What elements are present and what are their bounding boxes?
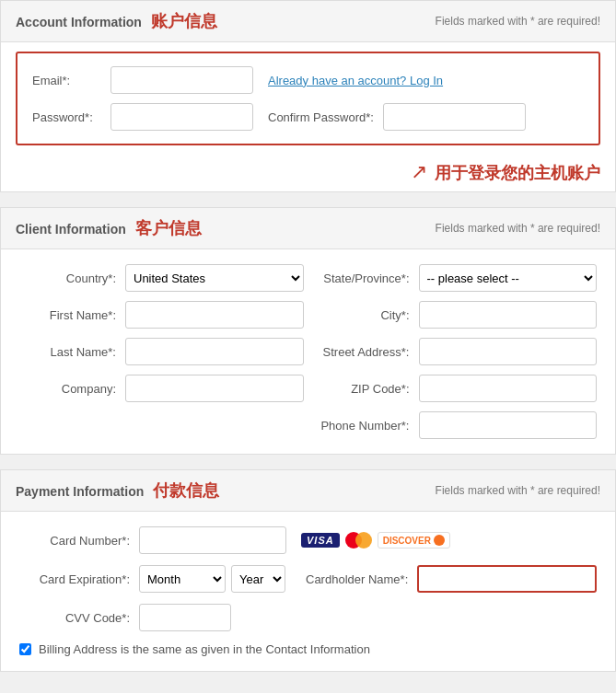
street-field: Street Address*: (313, 338, 598, 365)
annotation-text: 用于登录您的主机账户 (435, 164, 600, 182)
country-select[interactable]: United States Canada United Kingdom Aust… (125, 264, 304, 292)
cardholder-box: Cardholder Name*: (306, 565, 597, 593)
firstname-field: First Name*: (19, 301, 304, 329)
account-title-en: Account Information (16, 15, 142, 29)
country-label: Country*: (19, 271, 125, 285)
phone-input[interactable] (419, 411, 598, 439)
zip-input[interactable] (419, 375, 598, 402)
state-label: State/Province*: (313, 271, 419, 285)
year-select[interactable]: Year 2024 2025 2026 2027 2028 2029 2030 (231, 565, 285, 593)
client-section-header: Client Information 客户信息 Fields marked wi… (1, 208, 615, 249)
payment-section-title: Payment Information 付款信息 (16, 479, 219, 502)
discover-icon: DISCOVER (378, 532, 450, 549)
cvv-input[interactable] (139, 604, 231, 631)
email-row: Email*: Already have an account? Log In (32, 66, 584, 94)
card-number-label: Card Number*: (19, 534, 139, 548)
city-label: City*: (313, 308, 419, 322)
card-icons: VISA DISCOVER (301, 532, 450, 549)
lastname-label: Last Name*: (19, 345, 125, 359)
street-input[interactable] (419, 338, 598, 365)
email-input[interactable] (110, 66, 253, 94)
billing-checkbox[interactable] (19, 643, 31, 655)
empty-field (19, 411, 304, 439)
client-section-title: Client Information 客户信息 (16, 217, 202, 239)
confirm-password-input[interactable] (383, 103, 526, 131)
city-field: City*: (313, 301, 598, 329)
payment-required-note: Fields marked with * are required! (436, 484, 600, 497)
state-field: State/Province*: -- please select -- Ala… (313, 264, 598, 292)
client-title-cn: 客户信息 (135, 219, 202, 237)
zip-field: ZIP Code*: (313, 375, 598, 402)
annotation-row: ↗ 用于登录您的主机账户 (1, 160, 615, 191)
mastercard-icon (345, 532, 372, 549)
billing-label: Billing Address is the same as given in … (39, 642, 370, 656)
firstname-label: First Name*: (19, 308, 125, 322)
card-number-input[interactable] (139, 526, 286, 554)
password-row: Password*: Confirm Password*: (32, 103, 584, 131)
lastname-field: Last Name*: (19, 338, 304, 365)
lastname-input[interactable] (125, 338, 304, 365)
phone-field: Phone Number*: (313, 411, 598, 439)
payment-section-header: Payment Information 付款信息 Fields marked w… (1, 470, 615, 512)
account-title-cn: 账户信息 (151, 12, 217, 30)
zip-label: ZIP Code*: (313, 382, 419, 396)
account-section-title: Account Information 账户信息 (16, 10, 217, 32)
email-label: Email*: (32, 74, 110, 87)
payment-section: Payment Information 付款信息 Fields marked w… (0, 469, 616, 672)
cardholder-input[interactable] (417, 565, 597, 593)
street-label: Street Address*: (313, 345, 419, 359)
expiration-row: Card Expiration*: Month January February… (19, 565, 597, 593)
already-link[interactable]: Already have an account? Log In (268, 74, 443, 87)
password-label: Password*: (32, 110, 110, 124)
client-section: Client Information 客户信息 Fields marked wi… (0, 207, 616, 455)
card-number-row: Card Number*: VISA DISCOVER (19, 526, 597, 554)
billing-checkbox-row: Billing Address is the same as given in … (19, 642, 597, 656)
card-expiration-label: Card Expiration*: (19, 572, 139, 586)
payment-title-cn: 付款信息 (153, 481, 219, 500)
account-section-header: Account Information 账户信息 Fields marked w… (1, 1, 615, 42)
confirm-label: Confirm Password*: (268, 110, 383, 124)
client-required-note: Fields marked with * are required! (436, 222, 600, 235)
company-field: Company: (19, 375, 304, 402)
payment-body: Card Number*: VISA DISCOVER Card Expirat… (1, 512, 615, 671)
arrow-icon: ↗ (411, 160, 427, 184)
firstname-input[interactable] (125, 301, 304, 329)
city-input[interactable] (419, 301, 598, 329)
state-select[interactable]: -- please select -- Alabama Alaska Arizo… (419, 264, 598, 292)
account-section: Account Information 账户信息 Fields marked w… (0, 0, 616, 192)
expiry-selects: Month January February March April May J… (139, 565, 291, 593)
payment-title-en: Payment Information (16, 484, 144, 499)
account-fields-box: Email*: Already have an account? Log In … (16, 52, 600, 145)
phone-label: Phone Number*: (313, 419, 419, 433)
country-field: Country*: United States Canada United Ki… (19, 264, 304, 292)
company-input[interactable] (125, 375, 304, 402)
visa-icon: VISA (301, 533, 340, 548)
client-title-en: Client Information (16, 222, 126, 237)
account-required-note: Fields marked with * are required! (436, 15, 600, 28)
company-label: Company: (19, 382, 125, 396)
month-select[interactable]: Month January February March April May J… (139, 565, 226, 593)
password-input[interactable] (110, 103, 253, 131)
cvv-label: CVV Code*: (19, 611, 139, 625)
cvv-row: CVV Code*: (19, 604, 597, 631)
cardholder-label: Cardholder Name*: (306, 572, 408, 586)
client-fields-grid: Country*: United States Canada United Ki… (1, 249, 615, 454)
